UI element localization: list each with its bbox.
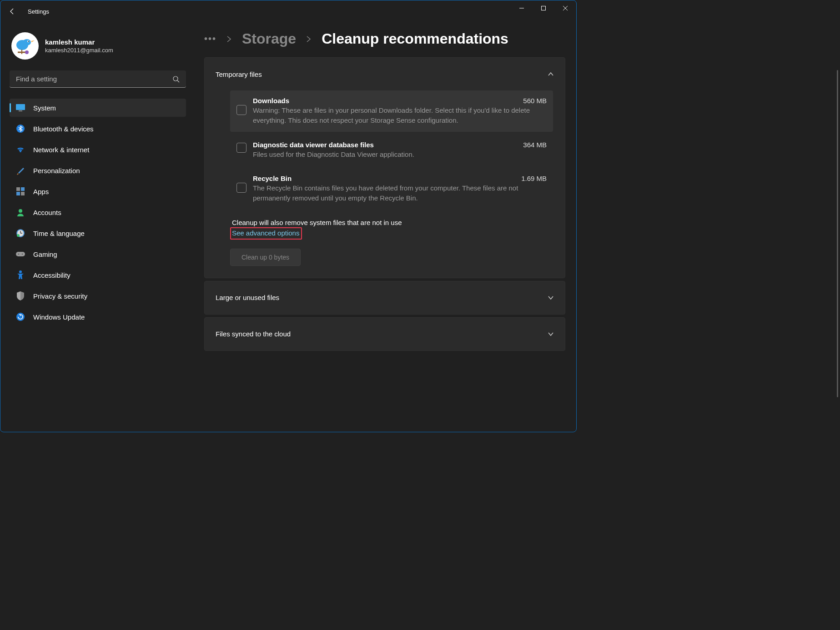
item-description: The Recycle Bin contains files you have …: [253, 183, 547, 203]
panel-header[interactable]: Files synced to the cloud: [205, 318, 565, 350]
sidebar-item-network[interactable]: Network & internet: [10, 140, 186, 159]
chevron-down-icon: [548, 331, 554, 337]
sidebar-item-apps[interactable]: Apps: [10, 182, 186, 200]
panel-title: Large or unused files: [216, 294, 279, 301]
svg-rect-13: [19, 110, 22, 111]
svg-point-9: [25, 50, 29, 54]
search-box[interactable]: [10, 70, 186, 88]
sidebar-item-system[interactable]: System: [10, 99, 186, 117]
maximize-button[interactable]: [533, 0, 554, 16]
app-title: Settings: [28, 8, 49, 15]
sidebar-item-label: Bluetooth & devices: [33, 125, 94, 133]
panel-title: Temporary files: [216, 70, 262, 78]
system-icon: [16, 103, 25, 112]
sidebar-item-label: Privacy & security: [33, 292, 87, 300]
svg-point-26: [18, 254, 19, 255]
profile-block[interactable]: kamlesh kumar kamlesh2011@gmail.com: [10, 27, 187, 70]
search-icon: [172, 75, 180, 83]
checkbox[interactable]: [236, 183, 246, 193]
svg-point-6: [23, 39, 31, 45]
sidebar-item-label: Gaming: [33, 250, 57, 258]
breadcrumb-current: Cleanup recommendations: [322, 30, 508, 47]
sidebar-item-time[interactable]: Time & language: [10, 224, 186, 242]
svg-point-27: [22, 254, 23, 255]
sidebar-item-update[interactable]: Windows Update: [10, 308, 186, 326]
avatar: [11, 32, 39, 60]
item-description: Warning: These are files in your persona…: [253, 105, 547, 125]
accessibility-icon: [16, 270, 25, 280]
svg-rect-15: [16, 187, 20, 191]
sidebar-item-label: Network & internet: [33, 146, 89, 154]
cleanup-item-diagnostic[interactable]: Diagnostic data viewer database files 36…: [230, 135, 553, 166]
panel-header[interactable]: Temporary files: [205, 58, 565, 90]
person-icon: [16, 208, 25, 217]
chevron-right-icon: [226, 33, 232, 45]
breadcrumb-parent[interactable]: Storage: [242, 30, 296, 47]
clock-icon: [16, 229, 25, 238]
svg-rect-1: [542, 6, 546, 10]
sidebar-item-label: Accessibility: [33, 271, 70, 279]
update-icon: [16, 312, 25, 321]
sidebar: kamlesh kumar kamlesh2011@gmail.com Syst…: [0, 22, 187, 432]
sidebar-item-accounts[interactable]: Accounts: [10, 203, 186, 221]
sidebar-item-label: System: [33, 104, 56, 112]
sidebar-item-personalization[interactable]: Personalization: [10, 161, 186, 180]
sidebar-item-privacy[interactable]: Privacy & security: [10, 287, 186, 305]
sidebar-item-label: Apps: [33, 188, 49, 195]
panel-header[interactable]: Large or unused files: [205, 281, 565, 314]
gamepad-icon: [16, 250, 25, 259]
breadcrumb: ••• Storage Cleanup recommendations: [204, 30, 565, 47]
search-input[interactable]: [16, 75, 172, 83]
svg-rect-18: [21, 192, 25, 195]
bluetooth-icon: [16, 124, 25, 133]
advanced-options-link[interactable]: See advanced options: [230, 227, 302, 240]
cleanup-button[interactable]: Clean up 0 bytes: [230, 249, 301, 266]
item-title: Recycle Bin: [253, 175, 292, 182]
profile-email: kamlesh2011@gmail.com: [45, 47, 113, 54]
sidebar-item-label: Accounts: [33, 209, 61, 216]
window-controls: [511, 0, 576, 22]
checkbox[interactable]: [236, 105, 246, 115]
chevron-up-icon: [548, 71, 554, 77]
apps-icon: [16, 187, 25, 196]
sidebar-item-accessibility[interactable]: Accessibility: [10, 266, 186, 284]
sidebar-item-label: Time & language: [33, 230, 85, 237]
wifi-icon: [16, 145, 25, 154]
sidebar-item-gaming[interactable]: Gaming: [10, 245, 186, 263]
svg-rect-16: [21, 187, 25, 191]
item-title: Diagnostic data viewer database files: [253, 141, 374, 149]
minimize-button[interactable]: [511, 0, 533, 16]
panel-large-unused: Large or unused files: [204, 281, 565, 315]
svg-point-28: [19, 270, 22, 273]
cleanup-item-downloads[interactable]: Downloads 560 MB Warning: These are file…: [230, 90, 553, 132]
close-button[interactable]: [554, 0, 576, 16]
svg-point-29: [16, 313, 25, 321]
sidebar-item-label: Windows Update: [33, 313, 85, 321]
svg-point-19: [19, 209, 22, 213]
panel-title: Files synced to the cloud: [216, 330, 291, 338]
cleanup-note: Cleanup will also remove system files th…: [232, 219, 553, 226]
chevron-right-icon: [306, 33, 312, 45]
item-size: 560 MB: [523, 97, 547, 105]
paintbrush-icon: [16, 166, 25, 175]
sidebar-item-bluetooth[interactable]: Bluetooth & devices: [10, 120, 186, 138]
chevron-down-icon: [548, 295, 554, 301]
item-size: 1.69 MB: [521, 175, 547, 182]
panel-temporary-files: Temporary files Downloads 560 MB Warning…: [204, 57, 565, 278]
svg-point-24: [17, 234, 20, 237]
main-content: ••• Storage Cleanup recommendations Temp…: [187, 22, 576, 432]
breadcrumb-ellipsis[interactable]: •••: [204, 34, 216, 44]
svg-rect-25: [16, 252, 25, 256]
panel-cloud-synced: Files synced to the cloud: [204, 317, 565, 351]
svg-point-8: [28, 41, 29, 42]
cleanup-item-recyclebin[interactable]: Recycle Bin 1.69 MB The Recycle Bin cont…: [230, 168, 553, 210]
item-title: Downloads: [253, 97, 289, 105]
item-description: Files used for the Diagnostic Data Viewe…: [253, 150, 547, 160]
svg-rect-17: [16, 192, 20, 195]
checkbox[interactable]: [236, 143, 246, 153]
svg-rect-12: [16, 104, 25, 110]
back-icon[interactable]: [9, 8, 16, 15]
sidebar-item-label: Personalization: [33, 167, 80, 175]
svg-point-10: [173, 76, 178, 81]
profile-name: kamlesh kumar: [45, 38, 113, 46]
